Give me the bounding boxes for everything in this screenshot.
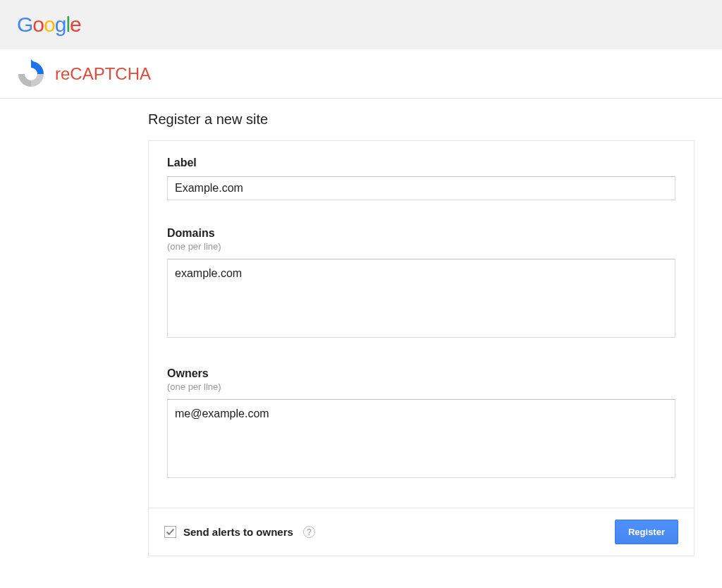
label-group: Label <box>167 157 675 200</box>
svg-marker-0 <box>31 59 37 65</box>
page-title: Register a new site <box>148 111 695 128</box>
google-logo-letter: o <box>32 13 44 36</box>
register-button[interactable]: Register <box>615 520 678 544</box>
content: Register a new site Label Domains (one p… <box>0 99 695 556</box>
help-icon[interactable]: ? <box>303 526 315 538</box>
owners-group: Owners (one per line) <box>167 367 675 481</box>
domains-group: Domains (one per line) <box>167 227 675 341</box>
form-body: Label Domains (one per line) Owners (one… <box>149 141 694 508</box>
google-logo-letter: e <box>70 13 81 36</box>
google-logo-letter: g <box>55 13 66 36</box>
domains-field-label: Domains <box>167 227 675 240</box>
footer-left: Send alerts to owners ? <box>164 526 315 538</box>
label-input[interactable] <box>167 176 675 200</box>
domains-field-hint: (one per line) <box>167 241 675 252</box>
owners-field-hint: (one per line) <box>167 381 675 392</box>
send-alerts-checkbox[interactable] <box>164 526 176 538</box>
label-field-label: Label <box>167 157 675 169</box>
owners-field-label: Owners <box>167 367 675 380</box>
recaptcha-icon <box>14 57 48 91</box>
owners-textarea[interactable] <box>167 399 675 478</box>
topbar: Google <box>0 0 722 49</box>
subheader: reCAPTCHA <box>0 49 722 99</box>
google-logo-letter: G <box>17 13 32 36</box>
recaptcha-title: reCAPTCHA <box>55 64 151 84</box>
domains-textarea[interactable] <box>167 259 675 338</box>
form-footer: Send alerts to owners ? Register <box>149 508 694 556</box>
register-form-card: Label Domains (one per line) Owners (one… <box>148 140 695 556</box>
send-alerts-label: Send alerts to owners <box>183 526 293 538</box>
google-logo: Google <box>17 13 81 36</box>
google-logo-letter: o <box>44 13 55 36</box>
